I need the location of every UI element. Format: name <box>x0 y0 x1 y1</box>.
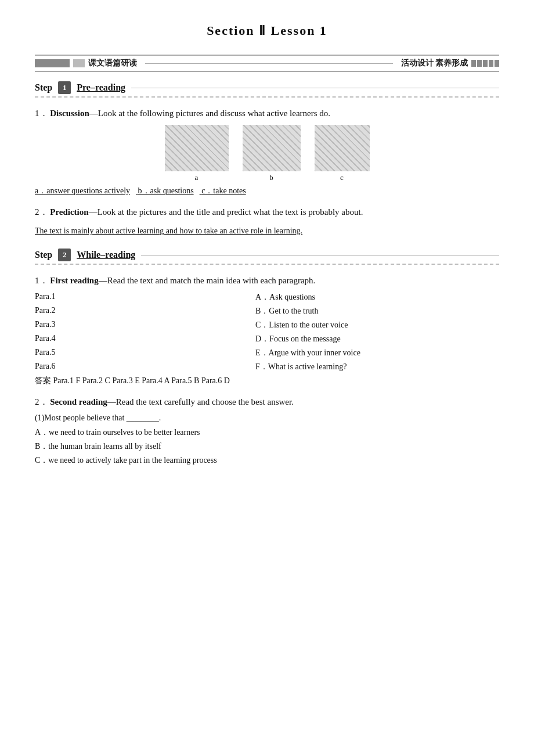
first-reading-text: —Read the text and match the main idea w… <box>99 276 316 285</box>
item1-section: 1． Discussion—Look at the following pict… <box>35 108 499 196</box>
bar-decoration-light <box>73 59 85 67</box>
image-a: a <box>165 125 229 182</box>
choice1-b: B．the human brain learns all by itself <box>35 441 499 452</box>
second-reading-section: 2． Second reading—Read the text carefull… <box>35 397 499 466</box>
bar-mini-3 <box>483 60 488 67</box>
para-right-5: E．Argue with your inner voice <box>255 348 360 358</box>
para-left-1: Para.1 <box>35 292 255 303</box>
bar-mini-1 <box>471 60 476 67</box>
second-reading-text: —Read the text carefully and choose the … <box>107 397 294 406</box>
section-bar-left: 课文语篇研读 活动设计 素养形成 <box>35 58 499 69</box>
item2-text: —Look at the pictures and the title and … <box>89 207 363 217</box>
step2-underline <box>141 255 499 255</box>
img-label-c: c <box>340 173 344 182</box>
step1-title: Pre–reading <box>77 82 125 93</box>
item2-bold: Prediction <box>50 207 88 217</box>
para-right-6: F．What is active learning? <box>255 362 347 372</box>
bar-mini-2 <box>477 60 482 67</box>
caption-c: c．take notes <box>201 186 246 195</box>
image-c: c <box>315 125 370 182</box>
second-reading-number: 2 <box>35 397 39 406</box>
captions-row: a．answer questions actively b．ask questi… <box>35 186 499 196</box>
item2-number: 2 <box>35 207 39 217</box>
img-placeholder-b <box>243 125 301 171</box>
img-label-b: b <box>269 173 273 182</box>
choice1-a: A．we need to train ourselves to be bette… <box>35 427 499 438</box>
bar-decoration-dark <box>35 59 70 67</box>
para-left-4: Para.4 <box>35 334 255 344</box>
para-left-6: Para.6 <box>35 362 255 372</box>
para-match-4: Para.4 D．Focus on the message <box>35 334 499 344</box>
second-reading-heading: 2． Second reading—Read the text carefull… <box>35 397 499 408</box>
step1-label: Step <box>35 82 52 93</box>
item1-text: —Look at the following pictures and disc… <box>89 109 330 118</box>
second-reading-bold: Second reading <box>50 397 107 406</box>
para-left-2: Para.2 <box>35 306 255 316</box>
para-right-2: B．Get to the truth <box>255 306 319 316</box>
para-match-6: Para.6 F．What is active learning? <box>35 362 499 372</box>
para-match-1: Para.1 A．Ask questions <box>35 292 499 303</box>
para-left-3: Para.3 <box>35 320 255 330</box>
para-matches: Para.1 A．Ask questions Para.2 B．Get to t… <box>35 292 499 372</box>
para-left-5: Para.5 <box>35 348 255 358</box>
question1-text: (1)Most people believe that ________. <box>35 413 499 423</box>
section-bar-right-label: 活动设计 素养形成 <box>401 58 468 69</box>
caption-b: b．ask questions <box>138 186 194 195</box>
item2-heading: 2． Prediction—Look at the pictures and t… <box>35 207 499 218</box>
images-row: a b c <box>35 125 499 182</box>
para-match-2: Para.2 B．Get to the truth <box>35 306 499 316</box>
step2-label: Step <box>35 250 52 260</box>
first-reading-heading: 1． First reading—Read the text and match… <box>35 275 499 286</box>
img-placeholder-a <box>165 125 229 171</box>
img-label-a: a <box>195 173 199 182</box>
section-bar-left-label: 课文语篇研读 <box>88 58 137 69</box>
para-right-3: C．Listen to the outer voice <box>255 320 348 330</box>
step2-title: While–reading <box>77 250 135 260</box>
step1-header: Step 1 Pre–reading <box>35 81 499 98</box>
section-bar: 课文语篇研读 活动设计 素养形成 <box>35 55 499 72</box>
image-b: b <box>243 125 301 182</box>
caption-a: a．answer questions actively <box>35 186 130 195</box>
item1-bold: Discussion <box>50 109 89 118</box>
bar-blocks-right <box>471 60 499 67</box>
para-match-3: Para.3 C．Listen to the outer voice <box>35 320 499 330</box>
para-right-1: A．Ask questions <box>255 292 315 303</box>
first-reading-section: 1． First reading—Read the text and match… <box>35 275 499 386</box>
step1-number: 1 <box>58 81 71 94</box>
item1-number: 1 <box>35 109 39 118</box>
bar-mini-5 <box>495 60 499 67</box>
img-placeholder-c <box>315 125 370 171</box>
bar-mini-4 <box>489 60 493 67</box>
para-match-5: Para.5 E．Argue with your inner voice <box>35 348 499 358</box>
item2-section: 2． Prediction—Look at the pictures and t… <box>35 207 499 238</box>
first-reading-number: 1 <box>35 276 39 285</box>
step1-underline <box>131 88 499 88</box>
step2-number: 2 <box>58 249 71 261</box>
para-right-4: D．Focus on the message <box>255 334 341 344</box>
page-title: Section Ⅱ Lesson 1 <box>35 23 499 38</box>
prediction-text: The text is mainly about active learning… <box>35 224 499 238</box>
step2-header: Step 2 While–reading <box>35 249 499 265</box>
bar-line <box>145 63 393 64</box>
first-reading-bold: First reading <box>50 276 98 285</box>
choice1-c: C．we need to actively take part in the l… <box>35 455 499 466</box>
item1-heading: 1． Discussion—Look at the following pict… <box>35 108 499 119</box>
answer-row: 答案 Para.1 F Para.2 C Para.3 E Para.4 A P… <box>35 376 499 386</box>
